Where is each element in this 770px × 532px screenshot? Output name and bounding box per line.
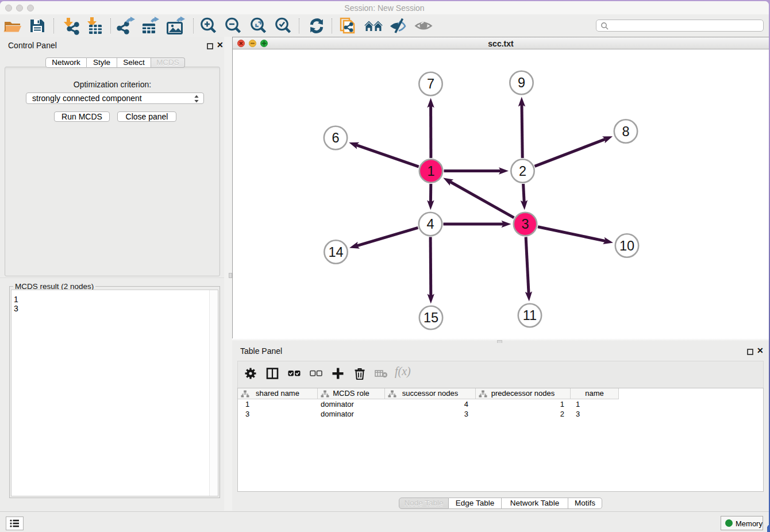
svg-text:7: 7 <box>427 76 434 91</box>
svg-text:1: 1 <box>427 164 434 179</box>
svg-text:3: 3 <box>521 217 529 232</box>
svg-text:8: 8 <box>622 124 629 139</box>
svg-text:4: 4 <box>426 217 434 232</box>
svg-text:10: 10 <box>619 238 634 253</box>
svg-text:14: 14 <box>328 245 343 260</box>
svg-text:11: 11 <box>523 308 537 323</box>
svg-text:2: 2 <box>519 164 526 179</box>
svg-text:9: 9 <box>518 75 525 90</box>
svg-text:6: 6 <box>332 130 339 145</box>
svg-text:15: 15 <box>424 310 438 325</box>
